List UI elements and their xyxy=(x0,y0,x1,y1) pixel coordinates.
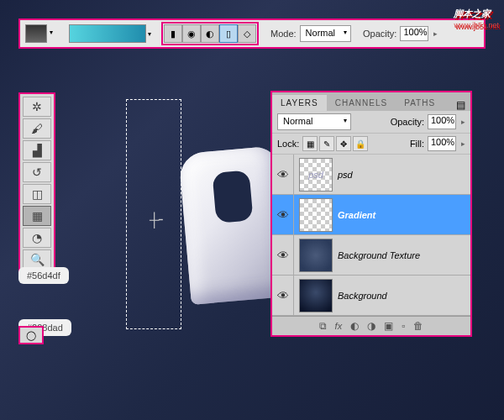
fx-icon[interactable]: fx xyxy=(335,320,343,332)
clone-stamp-tool[interactable]: ▟ xyxy=(23,140,51,160)
layer-thumb[interactable] xyxy=(299,279,333,312)
layer-thumb[interactable] xyxy=(299,198,333,232)
opacity-flyout[interactable]: ▸ xyxy=(433,29,438,38)
gradient-diamond[interactable]: ◇ xyxy=(238,24,256,43)
options-bar: ▾ ▮ ◉ ◐ ▯ ◇ Mode: Normal Opacity: 100% ▸ xyxy=(18,18,486,49)
gradient-tool[interactable]: ▦ xyxy=(23,206,51,226)
mode-select[interactable]: Normal xyxy=(300,25,351,42)
visibility-icon[interactable]: 👁 xyxy=(272,235,294,275)
lock-all[interactable]: 🔒 xyxy=(353,136,368,151)
opacity-flyout-icon[interactable]: ▸ xyxy=(461,118,465,126)
layer-row[interactable]: 👁 Background xyxy=(272,276,470,316)
gradient-dropdown[interactable]: ▾ xyxy=(148,30,151,38)
gradient-reflected[interactable]: ▯ xyxy=(219,24,238,43)
layer-name[interactable]: Background xyxy=(338,291,387,301)
layer-name[interactable]: psd xyxy=(338,170,353,180)
tab-channels[interactable]: CHANNELS xyxy=(327,95,396,111)
adjustment-icon[interactable]: ◑ xyxy=(367,320,375,332)
history-brush-tool[interactable]: ↺ xyxy=(23,162,51,182)
brush-tool[interactable]: 🖌 xyxy=(23,118,51,139)
layer-name[interactable]: Gradient xyxy=(338,210,375,220)
visibility-icon[interactable]: 👁 xyxy=(272,195,294,234)
layer-thumb[interactable]: psd xyxy=(299,158,333,192)
eraser-tool[interactable]: ◫ xyxy=(23,184,51,204)
quick-mask-button[interactable]: ◯ xyxy=(18,326,44,344)
opacity-input[interactable]: 100% xyxy=(400,26,428,41)
layer-thumb[interactable] xyxy=(299,239,333,272)
watermark: 脚本之家 www.jb51.net xyxy=(454,3,499,29)
panel-tabs: LAYERS CHANNELS PATHS ▤ xyxy=(272,92,470,111)
lock-transparency[interactable]: ▦ xyxy=(302,136,318,151)
layers-panel: LAYERS CHANNELS PATHS ▤ Normal Opacity: … xyxy=(270,91,472,337)
gradient-linear[interactable]: ▮ xyxy=(164,24,182,43)
lock-label: Lock: xyxy=(277,139,299,149)
lock-pixels[interactable]: ✎ xyxy=(319,136,334,151)
mode-label: Mode: xyxy=(270,29,297,39)
opacity-label: Opacity: xyxy=(363,29,396,39)
layer-list: 👁 psd psd 👁 Gradient 👁 Background Textur… xyxy=(272,155,470,316)
layers-footer: ⧉ fx ◐ ◑ ▣ ▫ 🗑 xyxy=(272,316,470,335)
blur-tool[interactable]: ◔ xyxy=(23,228,51,248)
color-chip-1: #56d4df xyxy=(18,267,69,284)
link-layers-icon[interactable]: ⧉ xyxy=(319,320,327,332)
gradient-editor[interactable] xyxy=(69,24,146,43)
healing-brush-tool[interactable]: ✲ xyxy=(23,97,51,117)
layer-opacity-label: Opacity: xyxy=(391,117,424,127)
panel-menu-icon[interactable]: ▤ xyxy=(451,99,470,111)
mask-icon[interactable]: ◐ xyxy=(350,320,359,332)
foreground-swatch[interactable] xyxy=(25,24,47,43)
gradient-radial[interactable]: ◉ xyxy=(182,24,201,43)
lock-buttons: ▦ ✎ ✥ 🔒 xyxy=(302,136,368,151)
layer-row[interactable]: 👁 Gradient xyxy=(272,195,470,235)
fill-label: Fill: xyxy=(410,139,424,149)
fill-flyout-icon[interactable]: ▸ xyxy=(461,139,465,148)
new-layer-icon[interactable]: ▫ xyxy=(402,320,405,332)
blend-mode-select[interactable]: Normal xyxy=(277,113,351,130)
gradient-angle[interactable]: ◐ xyxy=(201,24,219,43)
gradient-type-group: ▮ ◉ ◐ ▯ ◇ xyxy=(161,22,259,45)
layer-row[interactable]: 👁 Background Texture xyxy=(272,235,470,276)
tool-panel: ✲ 🖌 ▟ ↺ ◫ ▦ ◔ 🔍 xyxy=(18,92,55,274)
layer-opacity-input[interactable]: 100% xyxy=(428,114,456,129)
layer-name[interactable]: Background Texture xyxy=(338,250,420,260)
lock-position[interactable]: ✥ xyxy=(336,136,351,151)
tab-layers[interactable]: LAYERS xyxy=(272,95,327,111)
tab-paths[interactable]: PATHS xyxy=(396,95,444,111)
fill-input[interactable]: 100% xyxy=(428,136,456,151)
layer-row[interactable]: 👁 psd psd xyxy=(272,155,470,195)
group-icon[interactable]: ▣ xyxy=(384,320,393,332)
crosshair-cursor: ┼╴ xyxy=(150,212,167,228)
delete-layer-icon[interactable]: 🗑 xyxy=(413,320,423,332)
visibility-icon[interactable]: 👁 xyxy=(272,276,294,315)
visibility-icon[interactable]: 👁 xyxy=(272,155,294,194)
